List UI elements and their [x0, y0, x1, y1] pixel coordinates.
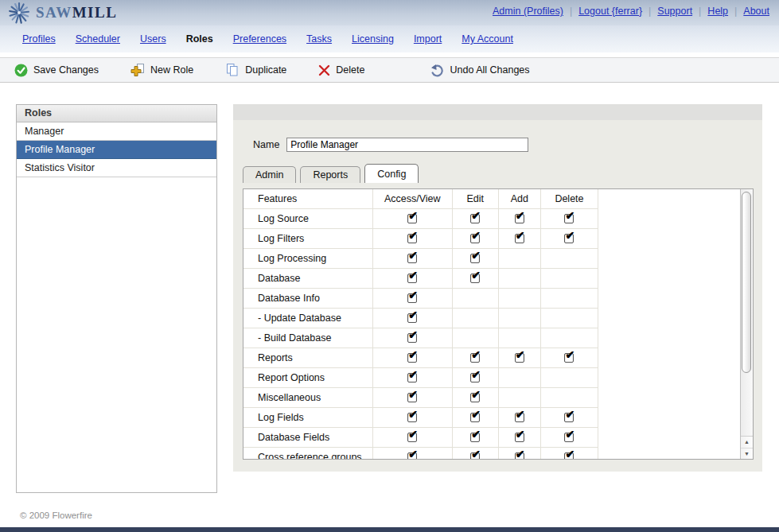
perm-cell-access-view[interactable] [372, 208, 452, 228]
permission-checkbox[interactable] [564, 413, 574, 422]
logout-link[interactable]: Logout {ferrar} [578, 6, 642, 17]
permission-checkbox[interactable] [470, 393, 480, 402]
permission-checkbox[interactable] [407, 333, 417, 343]
perm-cell-edit[interactable] [452, 427, 498, 447]
permission-checkbox[interactable] [470, 254, 480, 263]
sidebar-item-statistics-visitor[interactable]: Statistics Visitor [17, 159, 216, 177]
perm-cell-edit[interactable] [452, 208, 498, 228]
permission-checkbox[interactable] [564, 452, 574, 460]
delete-button[interactable]: Delete [318, 64, 364, 76]
permission-checkbox[interactable] [470, 214, 480, 223]
nav-item-scheduler[interactable]: Scheduler [76, 33, 120, 45]
perm-cell-edit[interactable] [452, 268, 498, 288]
permission-checkbox[interactable] [470, 353, 480, 363]
permission-checkbox[interactable] [515, 413, 524, 422]
perm-cell-access-view[interactable] [372, 407, 452, 427]
sidebar-item-profile-manager[interactable]: Profile Manager [17, 141, 216, 159]
permission-checkbox[interactable] [564, 433, 574, 442]
perm-cell-access-view[interactable] [372, 328, 452, 348]
perm-cell-access-view[interactable] [372, 348, 452, 367]
permission-checkbox[interactable] [407, 214, 417, 223]
perm-cell-access-view[interactable] [372, 308, 452, 328]
perm-cell-edit[interactable] [452, 367, 498, 387]
help-link[interactable]: Help [707, 6, 728, 17]
permission-checkbox[interactable] [407, 393, 417, 402]
permission-checkbox[interactable] [515, 433, 524, 442]
permission-checkbox[interactable] [407, 313, 417, 323]
perm-cell-edit[interactable] [452, 387, 498, 407]
role-name-input[interactable] [286, 138, 528, 152]
permission-checkbox[interactable] [407, 274, 417, 283]
permission-checkbox[interactable] [564, 234, 574, 243]
permission-checkbox[interactable] [470, 274, 480, 283]
tab-reports[interactable]: Reports [300, 166, 360, 183]
nav-item-users[interactable]: Users [140, 33, 166, 45]
perm-cell-access-view[interactable] [372, 248, 452, 268]
nav-item-preferences[interactable]: Preferences [233, 33, 286, 45]
tab-admin[interactable]: Admin [243, 166, 296, 183]
permission-checkbox[interactable] [515, 234, 524, 243]
perm-cell-add[interactable] [498, 228, 540, 248]
vertical-scrollbar[interactable]: ▲ ▼ [740, 189, 753, 459]
perm-cell-access-view[interactable] [372, 427, 452, 447]
perm-cell-edit[interactable] [452, 248, 498, 268]
perm-cell-delete[interactable] [540, 208, 598, 228]
perm-cell-access-view[interactable] [372, 288, 452, 308]
perm-cell-edit[interactable] [452, 228, 498, 248]
permission-checkbox[interactable] [407, 293, 417, 303]
permission-checkbox[interactable] [470, 433, 480, 442]
nav-item-profiles[interactable]: Profiles [22, 33, 56, 45]
permission-checkbox[interactable] [407, 373, 417, 382]
perm-cell-access-view[interactable] [372, 387, 452, 407]
perm-cell-delete[interactable] [540, 407, 598, 427]
perm-cell-access-view[interactable] [372, 367, 452, 387]
permission-checkbox[interactable] [407, 234, 417, 243]
scroll-up-arrow-icon[interactable]: ▲ [741, 437, 753, 448]
permission-checkbox[interactable] [515, 353, 524, 363]
scroll-down-arrow-icon[interactable]: ▼ [741, 448, 753, 459]
permission-checkbox[interactable] [407, 254, 417, 263]
support-link[interactable]: Support [657, 6, 692, 17]
perm-cell-edit[interactable] [452, 407, 498, 427]
nav-item-my-account[interactable]: My Account [462, 33, 513, 45]
perm-cell-access-view[interactable] [372, 228, 452, 248]
perm-cell-delete[interactable] [540, 348, 598, 367]
nav-item-tasks[interactable]: Tasks [306, 33, 332, 45]
new-role-button[interactable]: New Role [130, 63, 193, 77]
permission-checkbox[interactable] [470, 373, 480, 382]
about-link[interactable]: About [743, 6, 769, 17]
permission-checkbox[interactable] [515, 214, 524, 223]
undo-all-changes-button[interactable]: Undo All Changes [430, 64, 529, 77]
permission-checkbox[interactable] [470, 234, 480, 243]
nav-item-licensing[interactable]: Licensing [352, 33, 394, 45]
perm-cell-delete[interactable] [540, 427, 598, 447]
perm-cell-add[interactable] [498, 208, 540, 228]
permission-checkbox[interactable] [470, 413, 480, 422]
perm-cell-add[interactable] [498, 427, 540, 447]
perm-cell-edit[interactable] [452, 447, 498, 460]
nav-item-roles[interactable]: Roles [186, 33, 213, 45]
admin-profiles-link[interactable]: Admin (Profiles) [493, 6, 563, 17]
permission-checkbox[interactable] [407, 433, 417, 442]
tab-config[interactable]: Config [364, 164, 419, 183]
perm-cell-add[interactable] [498, 447, 540, 460]
permission-checkbox[interactable] [407, 353, 417, 363]
permission-checkbox[interactable] [564, 214, 574, 223]
permission-checkbox[interactable] [470, 452, 480, 460]
duplicate-button[interactable]: Duplicate [225, 63, 286, 77]
perm-cell-delete[interactable] [540, 228, 598, 248]
save-changes-button[interactable]: Save Changes [14, 64, 99, 77]
perm-cell-add[interactable] [498, 407, 540, 427]
sidebar-item-manager[interactable]: Manager [17, 122, 216, 141]
perm-cell-delete[interactable] [540, 447, 598, 460]
permission-checkbox[interactable] [407, 452, 417, 460]
perm-cell-add[interactable] [498, 348, 540, 367]
scrollbar-thumb[interactable] [742, 192, 751, 373]
nav-item-import[interactable]: Import [414, 33, 442, 45]
perm-cell-edit[interactable] [452, 348, 498, 367]
perm-cell-access-view[interactable] [372, 268, 452, 288]
permission-checkbox[interactable] [407, 413, 417, 422]
permission-checkbox[interactable] [515, 452, 524, 460]
permission-checkbox[interactable] [564, 353, 574, 363]
perm-cell-access-view[interactable] [372, 447, 452, 460]
